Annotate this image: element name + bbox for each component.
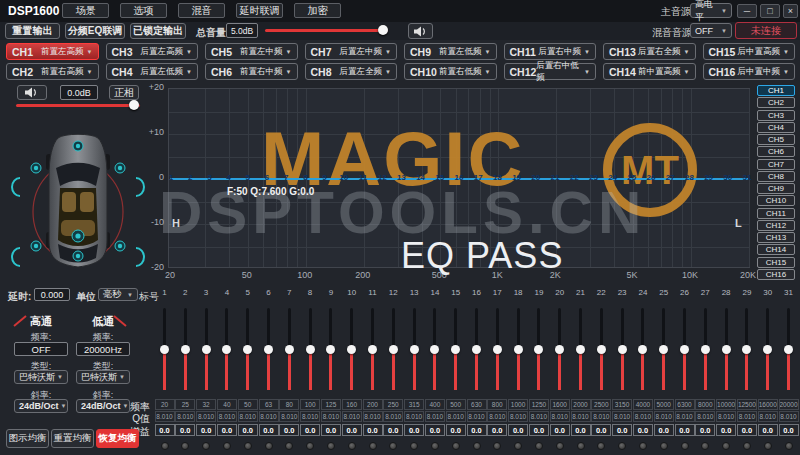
restore-eq-button[interactable]: 恢复均衡 [96,429,139,448]
reset-output-button[interactable]: 重置输出 [5,23,60,39]
channel-select-ch6[interactable]: CH6前置右中频▼ [205,63,298,80]
channel-tab-ch3[interactable]: CH3 [757,110,795,121]
eq-band-point[interactable]: 3 [201,173,217,182]
band-bypass-knob[interactable] [618,442,626,450]
minimize-button[interactable]: ─ [737,4,757,18]
eq-band-point[interactable]: 4 [221,173,237,182]
graphic-eq-button[interactable]: 图示均衡 [6,429,49,448]
slider-knob[interactable] [347,345,356,354]
master-mute-button[interactable] [408,23,433,39]
eq-band-point[interactable]: 15 [432,173,448,182]
band-gain-value[interactable]: 0.0 [155,424,175,436]
reset-eq-button[interactable]: 重置均衡 [51,429,94,448]
menu-button-2[interactable]: 选项 [120,3,167,18]
band-bypass-knob[interactable] [348,442,356,450]
channel-tab-ch6[interactable]: CH6 [757,146,795,157]
band-bypass-knob[interactable] [306,442,314,450]
slider-knob[interactable] [576,345,585,354]
highpass-freq-value[interactable]: OFF [14,342,68,356]
channel-select-ch14[interactable]: CH14前中置高频▼ [603,63,696,80]
band-gain-value[interactable]: 0.0 [612,424,632,436]
band-bypass-knob[interactable] [577,442,585,450]
slider-knob[interactable] [514,345,523,354]
band-bypass-knob[interactable] [743,442,751,450]
slider-knob[interactable] [285,345,294,354]
channel-select-ch16[interactable]: CH16后中置中频▼ [703,63,796,80]
eq-band-point[interactable]: 11 [355,173,371,182]
band-gain-value[interactable]: 0.0 [591,424,611,436]
channel-select-ch4[interactable]: CH4后置左低频▼ [106,63,199,80]
slider-knob[interactable] [202,345,211,354]
eq-band-point[interactable]: 23 [585,173,601,182]
band-bypass-knob[interactable] [473,442,481,450]
eq-band-point[interactable]: 31 [739,173,755,182]
channel-select-ch2[interactable]: CH2前置右高频▼ [6,63,99,80]
slider-knob[interactable] [659,345,668,354]
band-gain-value[interactable]: 0.0 [383,424,403,436]
band-gain-value[interactable]: 0.0 [737,424,757,436]
highpass-marker[interactable]: H [172,217,180,229]
slider-knob[interactable] [618,345,627,354]
channel-select-ch11[interactable]: CH11后置右中频▼ [504,43,597,60]
band-gain-value[interactable]: 0.0 [550,424,570,436]
slider-knob[interactable] [181,345,190,354]
channel-tab-ch12[interactable]: CH12 [757,220,795,231]
band-gain-value[interactable]: 0.0 [446,424,466,436]
channel-select-ch8[interactable]: CH8后置左全频▼ [305,63,398,80]
eq-band-point[interactable]: 25 [624,173,640,182]
channel-select-ch5[interactable]: CH5前置左中频▼ [205,43,298,60]
band-bypass-knob[interactable] [202,442,210,450]
band-gain-value[interactable]: 0.0 [363,424,383,436]
channel-tab-ch15[interactable]: CH15 [757,257,795,268]
highpass-type-dropdown[interactable]: 巴特沃斯 ▼ [14,370,68,384]
eq-band-point[interactable]: 19 [509,173,525,182]
slider-knob[interactable] [243,345,252,354]
eq-band-point[interactable]: 13 [393,173,409,182]
band-gain-value[interactable]: 0.0 [342,424,362,436]
band-bypass-knob[interactable] [181,442,189,450]
channel-tab-ch2[interactable]: CH2 [757,97,795,108]
band-bypass-knob[interactable] [639,442,647,450]
channel-tab-ch9[interactable]: CH9 [757,183,795,194]
channel-tab-ch8[interactable]: CH8 [757,171,795,182]
channel-select-ch3[interactable]: CH3后置左高频▼ [106,43,199,60]
eq-band-point[interactable]: 9 [317,173,333,182]
slider-knob[interactable] [763,345,772,354]
slider-knob[interactable] [306,345,315,354]
eq-band-point[interactable]: 16 [451,173,467,182]
slider-knob[interactable] [534,345,543,354]
slider-knob[interactable] [597,345,606,354]
band-bypass-knob[interactable] [410,442,418,450]
band-bypass-knob[interactable] [244,442,252,450]
menu-button-5[interactable]: 加密 [294,3,341,18]
channel-tab-ch4[interactable]: CH4 [757,122,795,133]
eq-band-point[interactable]: 24 [605,173,621,182]
band-bypass-knob[interactable] [660,442,668,450]
channel-tab-ch10[interactable]: CH10 [757,195,795,206]
slider-knob[interactable] [389,345,398,354]
eq-band-point[interactable]: 29 [701,173,717,182]
band-bypass-knob[interactable] [535,442,543,450]
eq-band-point[interactable]: 28 [681,173,697,182]
eq-band-point[interactable]: 8 [297,173,313,182]
channel-mute-button[interactable] [17,85,47,100]
channel-select-ch13[interactable]: CH13后置右全频▼ [603,43,696,60]
band-bypass-knob[interactable] [327,442,335,450]
band-bypass-knob[interactable] [785,442,793,450]
band-bypass-knob[interactable] [597,442,605,450]
channel-tab-ch14[interactable]: CH14 [757,244,795,255]
eq-band-point[interactable]: 10 [336,173,352,182]
master-volume-slider-knob[interactable] [378,25,388,35]
slider-knob[interactable] [410,345,419,354]
band-bypass-knob[interactable] [285,442,293,450]
band-gain-value[interactable]: 0.0 [716,424,736,436]
unit-dropdown[interactable]: 毫秒 ▼ [98,288,138,301]
crossover-eq-link-button[interactable]: 分频EQ联调 [65,23,125,39]
channel-tab-ch11[interactable]: CH11 [757,208,795,219]
band-gain-value[interactable]: 0.0 [487,424,507,436]
eq-band-point[interactable]: 17 [470,173,486,182]
eq-band-point[interactable]: 1 [163,173,179,182]
band-gain-value[interactable]: 0.0 [321,424,341,436]
band-gain-value[interactable]: 0.0 [279,424,299,436]
band-bypass-knob[interactable] [389,442,397,450]
